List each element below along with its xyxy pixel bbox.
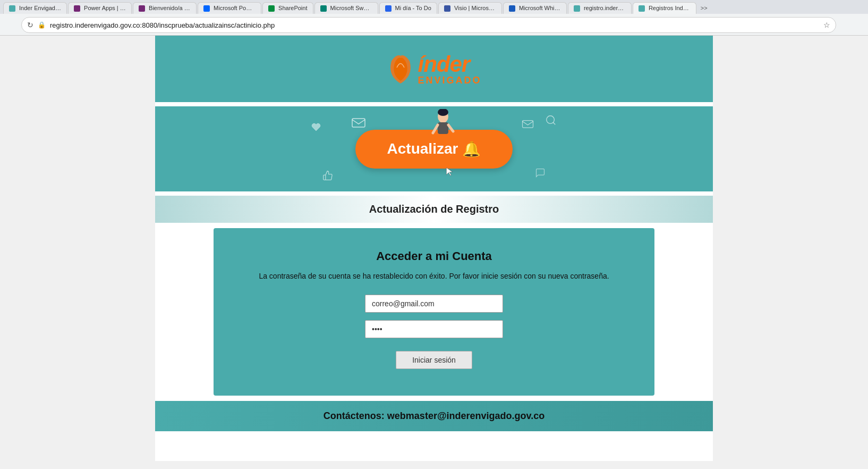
- svg-rect-1: [523, 121, 533, 128]
- tab-power-apps[interactable]: Power Apps | Inicio: [68, 2, 132, 14]
- svg-point-2: [547, 116, 555, 124]
- tab-visio[interactable]: Visio | Microsoft 365: [438, 2, 502, 14]
- deco-heart: [311, 122, 321, 132]
- browser-chrome: Inder Envigado - Ad... Power Apps | Inic…: [0, 0, 868, 36]
- section-title: Actualización de Registro: [163, 203, 705, 215]
- svg-rect-6: [438, 122, 448, 134]
- login-heading: Acceder a mi Cuenta: [229, 249, 639, 263]
- more-tabs[interactable]: >>: [697, 3, 711, 13]
- footer-contact: Contáctenos: webmaster@inderenvigado.gov…: [165, 411, 703, 422]
- deco-search: [545, 114, 557, 126]
- logo-icon: [386, 52, 415, 86]
- email-input[interactable]: [365, 295, 503, 313]
- tab-sway[interactable]: Microsoft Sway - Mi...: [314, 2, 378, 14]
- tab-favicon-3: [139, 5, 145, 12]
- svg-rect-0: [352, 119, 365, 127]
- cursor-icon: [445, 166, 455, 177]
- tab-whiteboard[interactable]: Microsoft Whitboa...: [503, 2, 567, 14]
- tab-todo[interactable]: Mi día - To Do: [379, 2, 437, 14]
- page-wrapper: índer ENVIGADO: [155, 36, 713, 461]
- tab-favicon-6: [320, 5, 327, 12]
- address-bar[interactable]: ↻ 🔒 registro.inderenvigado.gov.co:8080/i…: [21, 17, 836, 33]
- tab-inder-ad[interactable]: Inder Envigado - Ad...: [3, 2, 67, 14]
- section-title-bar: Actualización de Registro: [155, 196, 713, 223]
- lock-icon: 🔒: [38, 21, 46, 29]
- tabs-bar: Inder Envigado - Ad... Power Apps | Inic…: [0, 0, 868, 14]
- logo-text-group: índer ENVIGADO: [418, 53, 481, 85]
- deco-envelope-2: [521, 117, 534, 130]
- logo-envigado-text: ENVIGADO: [418, 76, 481, 85]
- bell-icon: 🔔: [462, 140, 481, 158]
- svg-line-8: [448, 125, 453, 131]
- tab-favicon-8: [444, 5, 450, 12]
- login-button[interactable]: Iniciar sesión: [396, 351, 472, 369]
- deco-thumbsup: [322, 170, 333, 181]
- bookmark-icon[interactable]: ☆: [823, 21, 830, 29]
- svg-line-7: [433, 125, 438, 133]
- tab-favicon-11: [639, 5, 645, 12]
- login-card: Acceder a mi Cuenta La contraseña de su …: [214, 228, 654, 396]
- tab-bienvenido[interactable]: Bienvenido/a | Powe...: [133, 2, 197, 14]
- tab-favicon-10: [574, 5, 580, 12]
- logo-inder-text: índer: [418, 53, 481, 76]
- tab-registros-envi[interactable]: Registros Inder Envi...: [633, 2, 696, 14]
- header-banner: índer ENVIGADO: [155, 36, 713, 102]
- refresh-icon[interactable]: ↻: [27, 21, 33, 29]
- tab-favicon-5: [268, 5, 275, 12]
- url-text[interactable]: registro.inderenvigado.gov.co:8080/inscp…: [50, 21, 819, 29]
- deco-chat: [535, 168, 546, 178]
- email-field-group: [229, 295, 639, 313]
- tab-favicon-2: [74, 5, 80, 12]
- deco-envelope-1: [351, 114, 367, 130]
- tab-favicon-4: [203, 5, 210, 12]
- password-field-group: [229, 320, 639, 338]
- footer-bar: Contáctenos: webmaster@inderenvigado.gov…: [155, 401, 713, 431]
- person-figure: [429, 109, 458, 149]
- svg-line-3: [553, 122, 555, 124]
- logo-container: índer ENVIGADO: [386, 52, 481, 86]
- tab-favicon-9: [509, 5, 515, 12]
- success-message: La contraseña de su cuenta se ha restabl…: [229, 271, 639, 282]
- illustration-banner: Actualizar 🔔: [155, 106, 713, 191]
- tab-favicon-7: [385, 5, 392, 12]
- tab-power-au[interactable]: Microsoft Power Au...: [198, 2, 261, 14]
- tab-registro-inder[interactable]: registro.inderenviga...: [568, 2, 632, 14]
- tab-favicon-1: [9, 5, 15, 12]
- password-input[interactable]: [365, 320, 503, 338]
- tab-sharepoint[interactable]: SharePoint: [262, 2, 313, 14]
